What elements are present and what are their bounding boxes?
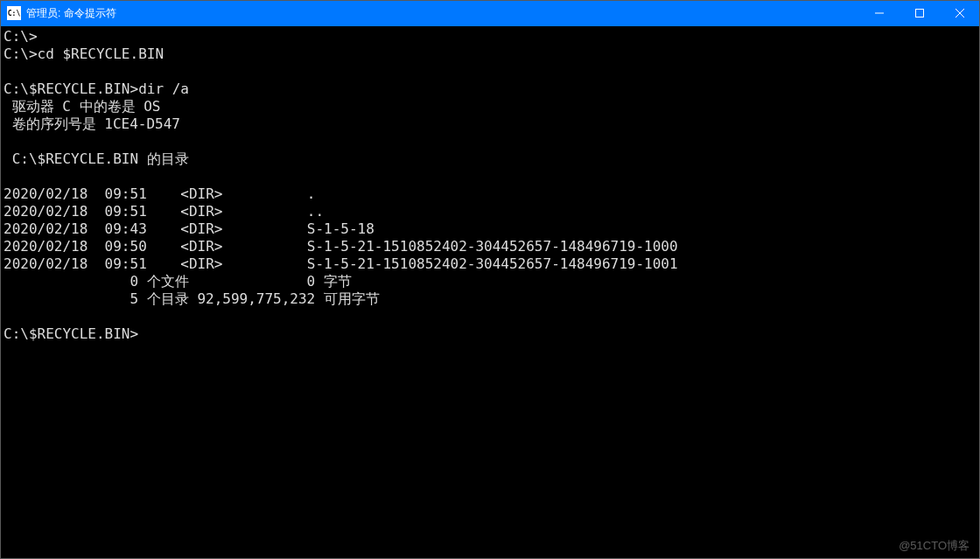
window-controls (859, 0, 980, 26)
svg-rect-1 (916, 10, 924, 17)
terminal-output[interactable]: C:\> C:\>cd $RECYCLE.BIN C:\$RECYCLE.BIN… (0, 26, 980, 345)
maximize-button[interactable] (900, 0, 940, 26)
window-title: 管理员: 命令提示符 (26, 6, 116, 21)
close-button[interactable] (940, 0, 980, 26)
minimize-icon (875, 9, 884, 17)
window-titlebar[interactable]: C:\ 管理员: 命令提示符 (0, 0, 980, 26)
minimize-button[interactable] (859, 0, 900, 26)
close-icon (956, 9, 964, 17)
app-icon: C:\ (7, 6, 21, 20)
watermark: @51CTO博客 (899, 538, 970, 554)
maximize-icon (915, 9, 924, 17)
